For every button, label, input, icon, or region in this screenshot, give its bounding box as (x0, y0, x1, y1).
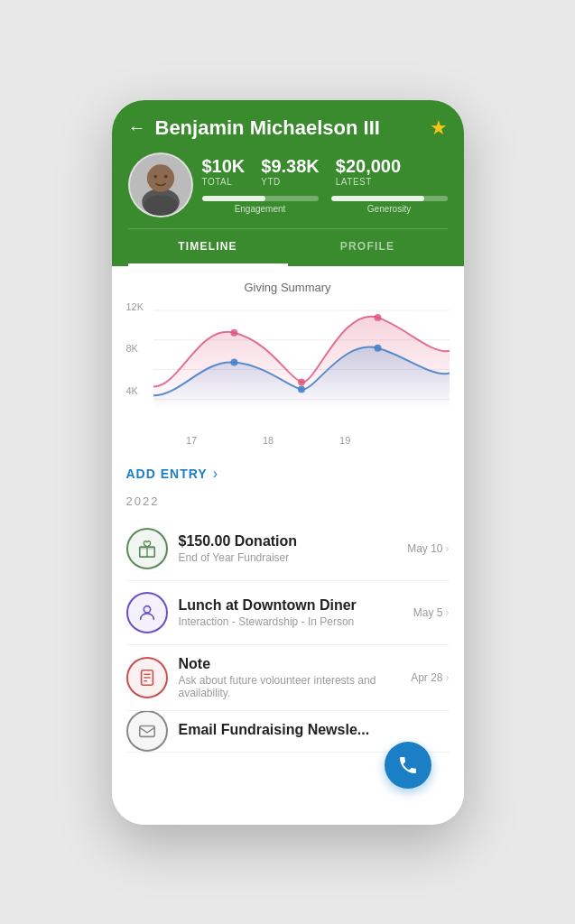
svg-rect-22 (139, 726, 154, 737)
stat-latest-value: $20,000 (336, 156, 401, 177)
y-label-12k: 12K (126, 301, 144, 312)
svg-point-10 (230, 328, 237, 336)
svg-point-5 (163, 174, 167, 178)
entry-email-title: Email Fundraising Newsle... (179, 722, 450, 738)
email-icon (126, 711, 168, 753)
entry-donation-chevron-icon: › (446, 542, 450, 555)
stats-row: $10K TOTAL $9.38K YTD $20,000 LATEST (202, 156, 448, 187)
tab-timeline[interactable]: TIMELINE (128, 229, 288, 266)
giving-summary-chart: Giving Summary 12K 8K 4K (112, 266, 464, 453)
svg-point-14 (298, 385, 305, 393)
entry-lunch-title: Lunch at Downtown Diner (179, 597, 413, 614)
stat-ytd-label: YTD (261, 177, 320, 187)
y-label-4k: 4K (126, 385, 144, 396)
entry-note[interactable]: Note Ask about future volounteer interes… (126, 645, 450, 711)
stat-ytd: $9.38K YTD (261, 156, 320, 187)
entry-lunch-content: Lunch at Downtown Diner Interaction - St… (179, 597, 413, 628)
timeline-content: ADD ENTRY › 2022 $150.00 Donation E (112, 453, 464, 825)
tab-bar: TIMELINE PROFILE (128, 228, 448, 266)
profile-header: ← Benjamin Michaelson III ★ (112, 100, 464, 266)
back-button[interactable]: ← (128, 117, 146, 138)
svg-point-4 (153, 174, 157, 178)
x-label-17: 17 (186, 435, 197, 446)
entry-note-content: Note Ask about future volounteer interes… (179, 656, 412, 699)
entry-lunch-chevron-icon: › (446, 606, 450, 619)
engagement-progress: Engagement (202, 196, 319, 214)
entry-note-chevron-icon: › (446, 671, 450, 684)
add-entry-button[interactable]: ADD ENTRY › (126, 453, 450, 491)
y-label-8k: 8K (126, 343, 144, 354)
stat-total: $10K TOTAL (202, 156, 246, 187)
entry-note-title: Note (179, 656, 412, 672)
x-label-19: 19 (339, 435, 350, 446)
stat-latest-label: LATEST (336, 177, 401, 187)
call-fab-button[interactable] (385, 742, 431, 789)
entry-email-content: Email Fundraising Newsle... (179, 722, 450, 740)
stat-total-label: TOTAL (202, 177, 246, 187)
generosity-progress: Generosity (331, 196, 448, 214)
entry-donation[interactable]: $150.00 Donation End of Year Fundraiser … (126, 517, 450, 581)
phone-icon (397, 754, 419, 776)
generosity-label: Generosity (331, 204, 448, 214)
svg-point-15 (374, 344, 381, 351)
svg-point-12 (374, 313, 381, 320)
add-entry-label: ADD ENTRY (126, 467, 208, 481)
tab-profile[interactable]: PROFILE (288, 229, 448, 266)
year-label: 2022 (126, 494, 450, 508)
profile-name: Benjamin Michaelson III (155, 116, 430, 140)
chart-title: Giving Summary (126, 281, 450, 294)
add-entry-chevron-icon: › (213, 466, 218, 482)
entry-note-subtitle: Ask about future volounteer interests an… (179, 674, 412, 699)
favorite-star-icon[interactable]: ★ (430, 116, 448, 140)
stat-total-value: $10K (202, 156, 246, 177)
avatar (128, 152, 193, 217)
svg-point-11 (298, 378, 305, 385)
svg-point-17 (144, 605, 150, 612)
entry-note-date: Apr 28 › (411, 671, 449, 684)
entry-lunch-subtitle: Interaction - Stewardship - In Person (179, 615, 413, 628)
svg-point-13 (230, 358, 237, 365)
entry-donation-subtitle: End of Year Fundraiser (179, 551, 408, 564)
entry-donation-date: May 10 › (407, 542, 449, 555)
x-label-18: 18 (263, 435, 274, 446)
entry-donation-content: $150.00 Donation End of Year Fundraiser (179, 533, 408, 564)
chart-y-labels: 12K 8K 4K (126, 301, 144, 428)
svg-point-2 (146, 164, 173, 191)
stat-latest: $20,000 LATEST (336, 156, 401, 187)
stat-ytd-value: $9.38K (261, 156, 320, 177)
entry-lunch-date: May 5 › (413, 606, 450, 619)
svg-point-3 (144, 195, 178, 216)
phone-frame: ← Benjamin Michaelson III ★ (112, 100, 464, 825)
chart-x-labels: 17 18 19 (153, 435, 450, 446)
entry-donation-title: $150.00 Donation (179, 533, 408, 550)
note-icon (126, 657, 168, 698)
person-icon (126, 592, 168, 633)
gift-icon (126, 528, 168, 569)
engagement-label: Engagement (202, 204, 319, 214)
entry-lunch[interactable]: Lunch at Downtown Diner Interaction - St… (126, 581, 450, 645)
